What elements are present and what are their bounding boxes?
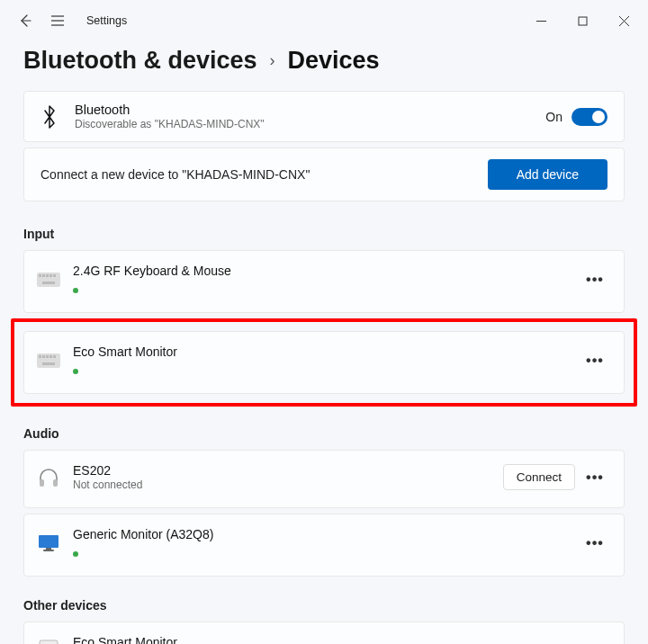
more-button[interactable]: •••: [582, 465, 608, 490]
more-button[interactable]: •••: [582, 348, 608, 373]
more-button[interactable]: •••: [582, 637, 608, 645]
titlebar-left: Settings: [18, 13, 127, 28]
device-info: Eco Smart Monitor Not connected: [73, 635, 570, 644]
breadcrumb-current: Devices: [288, 47, 380, 75]
device-name: 2.4G RF Keyboard & Mouse: [73, 264, 570, 278]
bluetooth-subtitle: Discoverable as "KHADAS-MIND-CNX": [75, 118, 529, 130]
headphones-icon: [37, 470, 60, 486]
bluetooth-card[interactable]: Bluetooth Discoverable as "KHADAS-MIND-C…: [23, 91, 625, 142]
window-controls: [520, 6, 644, 35]
svg-rect-21: [40, 479, 44, 487]
keyboard-icon: [37, 272, 60, 288]
device-name: Eco Smart Monitor: [73, 635, 570, 644]
svg-rect-26: [40, 640, 58, 645]
add-device-button[interactable]: Add device: [488, 159, 608, 190]
svg-rect-20: [42, 362, 55, 365]
maximize-button[interactable]: [562, 6, 603, 35]
connect-button[interactable]: Connect: [503, 464, 575, 490]
device-name: Eco Smart Monitor: [73, 344, 570, 359]
breadcrumb-parent[interactable]: Bluetooth & devices: [23, 47, 257, 75]
status-dot-connected: [73, 551, 78, 557]
section-label-audio: Audio: [23, 426, 625, 441]
device-info: Generic Monitor (A32Q8): [73, 527, 570, 559]
svg-rect-8: [39, 274, 41, 277]
bluetooth-title: Bluetooth: [75, 103, 529, 117]
content-area: Bluetooth Discoverable as "KHADAS-MIND-C…: [0, 91, 648, 644]
device-actions: Connect •••: [503, 464, 608, 490]
more-button[interactable]: •••: [582, 267, 608, 292]
device-row-keyboard-mouse[interactable]: 2.4G RF Keyboard & Mouse •••: [23, 250, 625, 313]
minimize-button[interactable]: [520, 6, 562, 35]
device-info: Eco Smart Monitor: [73, 344, 570, 377]
svg-rect-10: [46, 274, 49, 277]
add-device-prompt: Connect a new device to "KHADAS-MIND-CNX…: [40, 167, 310, 182]
status-dot-connected: [73, 288, 78, 293]
device-row-eco-smart-monitor-input[interactable]: Eco Smart Monitor •••: [23, 331, 625, 394]
svg-rect-13: [42, 282, 55, 284]
device-generic-icon: [37, 641, 60, 645]
svg-rect-12: [53, 274, 56, 277]
app-title: Settings: [86, 14, 127, 27]
svg-rect-25: [43, 550, 54, 551]
status-dot-connected: [73, 369, 78, 374]
svg-rect-18: [50, 355, 52, 358]
svg-rect-16: [42, 355, 45, 358]
svg-rect-17: [46, 355, 49, 358]
device-row-es202[interactable]: ES202 Not connected Connect •••: [23, 450, 625, 508]
bluetooth-info: Bluetooth Discoverable as "KHADAS-MIND-C…: [75, 103, 529, 130]
device-name: ES202: [73, 463, 490, 478]
menu-icon[interactable]: [50, 13, 65, 28]
section-label-input: Input: [23, 227, 625, 241]
device-subtitle: Not connected: [73, 479, 490, 491]
more-button[interactable]: •••: [582, 531, 608, 556]
bluetooth-icon: [40, 105, 58, 129]
svg-rect-4: [579, 17, 587, 25]
close-button[interactable]: [603, 6, 644, 35]
titlebar: Settings: [0, 0, 648, 41]
svg-rect-11: [50, 274, 52, 277]
bluetooth-state: On: [545, 108, 608, 126]
add-device-card: Connect a new device to "KHADAS-MIND-CNX…: [23, 148, 625, 201]
device-row-eco-smart-monitor-other[interactable]: Eco Smart Monitor Not connected •••: [23, 622, 625, 644]
svg-rect-22: [53, 479, 58, 487]
svg-rect-15: [39, 355, 41, 358]
keyboard-icon: [37, 353, 60, 369]
svg-rect-24: [46, 548, 51, 550]
device-info: 2.4G RF Keyboard & Mouse: [73, 264, 570, 296]
device-name: Generic Monitor (A32Q8): [73, 527, 570, 541]
chevron-right-icon: ›: [270, 51, 275, 70]
svg-rect-9: [42, 274, 45, 277]
svg-rect-19: [53, 355, 56, 358]
bluetooth-state-label: On: [545, 110, 562, 124]
breadcrumb: Bluetooth & devices › Devices: [0, 41, 648, 91]
highlighted-device-frame: Eco Smart Monitor •••: [11, 318, 637, 407]
device-info: ES202 Not connected: [73, 463, 490, 491]
bluetooth-toggle[interactable]: [572, 108, 608, 126]
monitor-icon: [37, 535, 60, 551]
device-row-generic-monitor[interactable]: Generic Monitor (A32Q8) •••: [23, 514, 625, 577]
svg-rect-23: [39, 535, 58, 548]
back-button[interactable]: [18, 13, 32, 28]
section-label-other: Other devices: [23, 598, 625, 613]
